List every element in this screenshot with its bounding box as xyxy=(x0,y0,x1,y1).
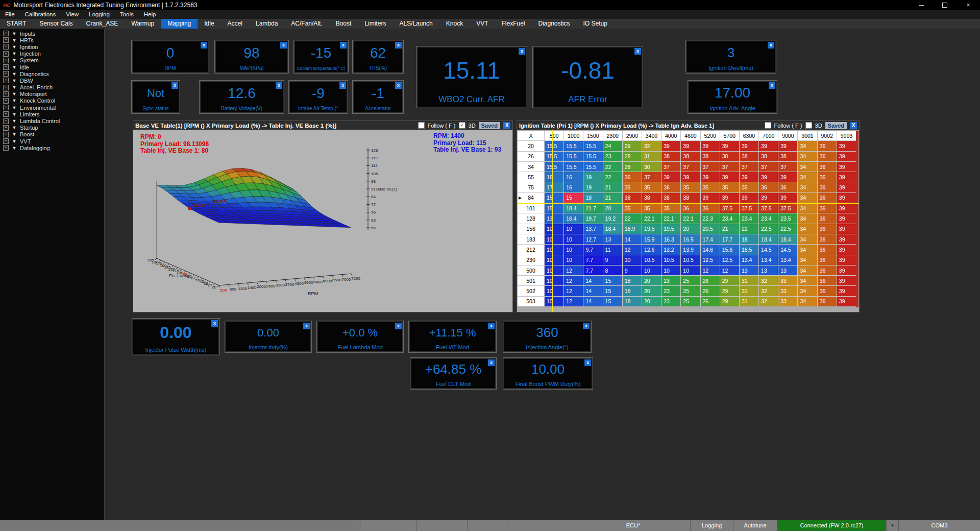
ignition-cell[interactable]: 36 xyxy=(818,245,837,254)
ignition-cell[interactable]: 10 xyxy=(545,255,564,265)
expand-icon[interactable]: + xyxy=(3,105,9,110)
ignition-cell[interactable]: 7.7 xyxy=(583,266,602,275)
ignition-cell[interactable]: 16 xyxy=(564,182,583,192)
ignition-cell[interactable]: 12 xyxy=(564,266,583,275)
ignition-cell[interactable]: 29 xyxy=(720,286,739,296)
ignition-cell[interactable]: 10 xyxy=(564,245,583,254)
ignition-cell[interactable]: 10.5 xyxy=(642,255,661,265)
ignition-cell[interactable]: 39 xyxy=(720,141,739,151)
ignition-cell[interactable]: 15 xyxy=(564,193,583,203)
ignition-cell[interactable]: 15.5 xyxy=(583,152,602,161)
ignition-cell[interactable]: 36 xyxy=(818,203,837,213)
ignition-cell[interactable]: 39 xyxy=(681,172,700,182)
ignition-cell[interactable]: 34 xyxy=(798,182,817,192)
ignition-cell[interactable]: 16 xyxy=(564,172,583,182)
ignition-cell[interactable]: 39 xyxy=(681,141,700,151)
ignition-cell[interactable]: 29 xyxy=(720,276,739,285)
ignition-cell[interactable]: 18 xyxy=(740,234,758,244)
sidebar-item-inputs[interactable]: +▼Inputs xyxy=(0,30,104,37)
ignition-cell[interactable]: 39 xyxy=(778,172,797,182)
ignition-cell[interactable]: 14 xyxy=(583,297,602,306)
sidebar-item-injection[interactable]: +▼Injection xyxy=(0,51,104,57)
ignition-cell[interactable]: 12 xyxy=(564,276,583,285)
ignition-cell[interactable]: 37 xyxy=(740,162,758,172)
tab-flexfuel[interactable]: FlexFuel xyxy=(495,19,531,29)
close-icon[interactable]: x xyxy=(768,42,774,49)
ignition-cell[interactable]: 35 xyxy=(623,182,642,192)
expand-icon[interactable]: + xyxy=(3,138,9,144)
ignition-cell[interactable]: 9 xyxy=(623,266,642,275)
sidebar-item-motorsport[interactable]: +▼Motorsport xyxy=(0,91,104,98)
ignition-cell[interactable]: 25 xyxy=(681,286,700,296)
ignition-cell[interactable]: 10 xyxy=(662,266,680,275)
ignition-cell[interactable]: 37 xyxy=(720,162,739,172)
tab-mapping[interactable]: Mapping xyxy=(161,19,198,29)
ignition-cell[interactable]: 15 xyxy=(603,286,622,296)
ignition-cell[interactable]: 9 xyxy=(603,255,622,265)
ignition-cell[interactable]: 12.6 xyxy=(642,245,661,254)
ignition-cell[interactable]: 22 xyxy=(603,172,622,182)
ignition-cell[interactable]: 10 xyxy=(545,297,564,306)
ignition-cell[interactable]: 15 xyxy=(603,276,622,285)
sidebar-item-dbw[interactable]: +▼DBW xyxy=(0,77,104,84)
ignition-cell[interactable]: 14 xyxy=(623,234,642,244)
ignition-cell[interactable]: 26 xyxy=(701,286,720,296)
ignition-cell[interactable]: 16.4 xyxy=(564,213,583,223)
expand-icon[interactable]: + xyxy=(3,64,9,70)
ignition-cell[interactable]: 38 xyxy=(662,193,680,203)
ignition-cell[interactable]: 37 xyxy=(642,172,661,182)
ignition-cell[interactable]: 15.6 xyxy=(720,245,739,254)
tab-als-launch[interactable]: ALS/Launch xyxy=(393,19,439,29)
ignition-cell[interactable]: 36 xyxy=(818,162,837,172)
ignition-cell[interactable]: 34 xyxy=(798,172,817,182)
ignition-cell[interactable]: 23 xyxy=(603,152,622,161)
ignition-cell[interactable]: 22.1 xyxy=(642,213,661,223)
close-button[interactable]: × xyxy=(957,0,980,10)
ignition-cell[interactable]: 36 xyxy=(701,203,720,213)
ignition-cell[interactable]: 23.4 xyxy=(759,213,778,223)
ignition-cell[interactable]: 14 xyxy=(583,276,602,285)
close-icon[interactable]: x xyxy=(211,320,218,327)
ignition-cell[interactable]: 21 xyxy=(603,182,622,192)
ignition-cell[interactable]: 31 xyxy=(740,286,758,296)
ignition-cell[interactable]: 35 xyxy=(681,182,700,192)
ignition-cell[interactable]: 36 xyxy=(818,193,837,203)
ignition-cell[interactable]: 22 xyxy=(623,213,642,223)
ignition-cell[interactable]: 36 xyxy=(759,182,778,192)
ignition-cell[interactable]: 28 xyxy=(623,152,642,161)
threed-checkbox[interactable] xyxy=(805,122,812,129)
ignition-cell[interactable]: 31 xyxy=(642,152,661,161)
ignition-cell[interactable]: 38 xyxy=(681,193,700,203)
ignition-cell[interactable]: 10 xyxy=(545,245,564,254)
ignition-cell[interactable]: 10 xyxy=(545,286,564,296)
ignition-cell[interactable]: 34 xyxy=(798,213,817,223)
ignition-cell[interactable]: 39 xyxy=(837,162,856,172)
ignition-cell[interactable]: 31 xyxy=(740,297,758,306)
tab-warmup[interactable]: Warmup xyxy=(125,19,161,29)
ignition-cell[interactable]: 20 xyxy=(642,297,661,306)
sidebar-item-system[interactable]: +▼System xyxy=(0,57,104,64)
ignition-cell[interactable]: 39 xyxy=(778,193,797,203)
expand-icon[interactable]: + xyxy=(3,111,9,117)
ignition-cell[interactable]: 28 xyxy=(623,162,642,172)
ignition-cell[interactable]: 15 xyxy=(545,203,564,213)
ignition-cell[interactable]: 18 xyxy=(623,276,642,285)
ignition-cell[interactable]: 36 xyxy=(818,152,837,161)
ignition-cell[interactable]: 37 xyxy=(759,162,778,172)
ignition-cell[interactable]: 14.5 xyxy=(759,245,778,254)
ignition-cell[interactable]: 15.5 xyxy=(583,141,602,151)
ignition-cell[interactable]: 12 xyxy=(564,286,583,296)
ignition-cell[interactable]: 18.4 xyxy=(759,234,778,244)
ignition-cell[interactable]: 16 xyxy=(545,172,564,182)
close-icon[interactable]: x xyxy=(584,359,591,366)
ignition-cell[interactable]: 13.4 xyxy=(778,255,797,265)
close-icon[interactable]: x xyxy=(280,42,287,49)
ignition-cell[interactable]: 23 xyxy=(662,297,680,306)
sidebar-item-limiters[interactable]: +▼Limiters xyxy=(0,111,104,117)
ignition-cell[interactable]: 20 xyxy=(681,224,700,234)
close-icon[interactable]: x xyxy=(395,42,402,49)
expand-icon[interactable]: + xyxy=(3,71,9,77)
ignition-cell[interactable]: 36 xyxy=(818,255,837,265)
ignition-cell[interactable]: 23.4 xyxy=(740,213,758,223)
ignition-cell[interactable]: 34 xyxy=(798,286,817,296)
